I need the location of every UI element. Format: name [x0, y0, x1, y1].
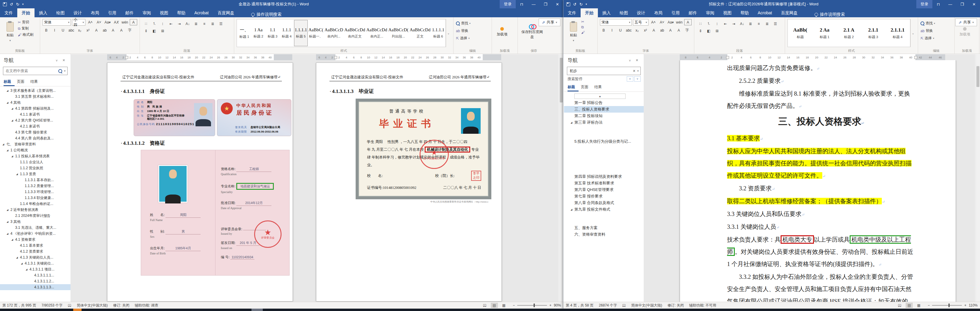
taskbar-item[interactable] [251, 309, 263, 311]
style-chip[interactable]: AaBb( 标题 [788, 20, 812, 46]
font-format-icon[interactable]: 字 [683, 27, 691, 33]
copy-button[interactable]: ⧉复制 [18, 26, 33, 31]
paragraph-format-icon[interactable]: ⇤ [722, 21, 729, 27]
nav-tab[interactable]: 结果 [594, 83, 605, 91]
windows-taskbar-sliver[interactable] [0, 309, 980, 311]
spellcheck-icon[interactable]: 🕮 [68, 303, 72, 308]
expand-triangle-icon[interactable]: ◢ [21, 262, 25, 265]
nav-heading-item[interactable]: ◢ 1.1.1 企业法人 [0, 159, 70, 165]
style-chip[interactable]: AaBbCcD 表内列... [325, 20, 344, 46]
share-button[interactable]: ⇗ 共享▾ [955, 19, 977, 26]
nav-heading-item[interactable]: ◢ 4.1.3.1 关键岗位... [0, 260, 70, 266]
ribbon-tab[interactable]: 邮件 [684, 8, 702, 17]
format-painter-button[interactable]: 🖌 [581, 30, 585, 35]
spellcheck-icon[interactable]: 🕮 [622, 303, 626, 308]
font-format-icon[interactable]: abc [68, 27, 75, 33]
nav-heading-item[interactable]: ◢ 1.1.3.3 环境管理... [0, 189, 70, 195]
ribbon-tab[interactable]: 开始 [581, 8, 598, 17]
nav-heading-item[interactable]: ◢ 4.1.3.1.1.3... [0, 284, 70, 290]
nav-heading-item[interactable]: ◢ 1.1 投标人基本情况表 [0, 153, 70, 159]
ribbon-tab[interactable]: 视图 [719, 8, 736, 17]
style-chip[interactable]: 2 Aa 标题 1 [813, 20, 837, 46]
expand-triangle-icon[interactable]: ◢ [6, 89, 10, 92]
signin-button[interactable]: 登录 [500, 0, 516, 8]
paragraph-format-icon[interactable]: ◧ [151, 28, 158, 34]
paragraph-format-icon[interactable]: ≣ [209, 21, 216, 27]
expand-triangle-icon[interactable]: ◢ [6, 101, 10, 104]
paragraph-format-icon[interactable]: ≣ [192, 21, 200, 27]
font-format-icon[interactable]: A [675, 27, 682, 33]
style-chip[interactable]: 1.1.1.1 标题 6 [431, 20, 445, 46]
quick-access-toolbar[interactable]: ↺ ↻ ▾ [563, 2, 611, 6]
restore-button[interactable]: ❐ [539, 0, 552, 8]
paragraph-format-icon[interactable]: ≣ [764, 21, 771, 27]
ribbon-tab[interactable]: 开始 [17, 8, 35, 17]
grow-font-icon[interactable]: A˄ [87, 19, 94, 26]
close-button[interactable]: ✕ [552, 0, 563, 8]
nav-heading-item[interactable]: ◢ ▲ 三、投标人资格要求 [564, 106, 644, 113]
zoom-slider[interactable] [932, 305, 962, 306]
phonetic-guide-icon[interactable]: wén [676, 19, 683, 26]
print-layout-icon[interactable]: ▤ [491, 303, 498, 308]
paste-button[interactable]: 粘贴▾ [566, 19, 581, 45]
document-area[interactable]: 辽宁辽河金晟达建设实业有限公司-投标文件 辽河油田公司 2026 年通用车辆修理… [70, 60, 558, 302]
ribbon-tab[interactable]: 文件 [563, 8, 581, 17]
font-size-combo[interactable]: 小四▾ [72, 19, 86, 26]
expand-triangle-icon[interactable]: ◢ [11, 107, 15, 110]
style-chip[interactable]: 2.1 A 标题 2 [837, 20, 861, 46]
font-name-combo[interactable]: 宋体▾ [600, 19, 632, 26]
nav-search-input[interactable] [569, 69, 631, 73]
zoom-in-icon[interactable]: + [549, 303, 552, 308]
nav-heading-item[interactable]: ◢ ▲ 第三章 评标办法 [564, 119, 644, 126]
font-format-icon[interactable]: ab [658, 27, 666, 33]
font-format-icon[interactable]: x₂ [633, 27, 641, 33]
ribbon-tab[interactable]: 设计 [69, 8, 86, 17]
font-format-icon[interactable]: B [43, 27, 50, 33]
nav-heading-item[interactable]: ◢ 2.1 2024年度审计报告 [0, 213, 70, 218]
nav-heading-item[interactable]: ◢ 1.1.3 资质 [0, 171, 70, 177]
undo-icon[interactable]: ↺ [10, 2, 13, 6]
minimize-button[interactable]: — [944, 0, 956, 8]
paragraph-format-icon[interactable]: ⊞ [159, 28, 166, 34]
paragraph-format-icon[interactable]: A↓ [184, 21, 191, 27]
style-chip[interactable]: 一、 标题 1 [237, 20, 251, 46]
paragraph-format-icon[interactable]: ◧ [705, 28, 713, 34]
web-layout-icon[interactable]: ▦ [500, 303, 508, 308]
nav-heading-item[interactable]: ◢ 3.1 无违法、违规、重大... [0, 225, 70, 231]
nav-heading-item[interactable]: ◢ 3 其他 [0, 218, 70, 225]
format-painter-button[interactable]: 🖌格式刷 [18, 32, 33, 37]
paragraph-format-icon[interactable]: ⇕ [142, 28, 150, 34]
search-options-icon[interactable]: ▾ [637, 69, 639, 72]
nav-tab[interactable]: 标题 [568, 83, 579, 91]
paragraph-format-icon[interactable]: ⇤ [167, 21, 175, 27]
signin-button[interactable]: 登录 [916, 0, 932, 8]
paragraph-format-icon[interactable]: ≡ [755, 21, 762, 27]
ribbon-tab[interactable]: 引用 [667, 8, 684, 17]
previous-result-icon[interactable]: ˄ [627, 76, 633, 81]
style-chip[interactable]: 1.1.1 标题 4 [280, 20, 294, 46]
print-layout-icon[interactable]: ▤ [905, 303, 913, 308]
close-icon[interactable]: ✕ [633, 58, 641, 62]
nav-heading-item[interactable]: ◢ 4.1.3 关键岗位人员... [0, 254, 70, 260]
paragraph-format-icon[interactable]: ∷ [697, 21, 704, 27]
expand-triangle-icon[interactable]: ◢ [571, 208, 574, 211]
ribbon-tab[interactable]: 邮件 [121, 8, 138, 17]
nav-heading-item[interactable]: ◢ 4.1.3.1.1 项目... [0, 266, 70, 272]
expand-triangle-icon[interactable]: ◢ [6, 232, 10, 235]
expand-triangle-icon[interactable]: ◢ [25, 268, 29, 271]
paragraph-format-icon[interactable]: ≣ [747, 21, 754, 27]
chevron-down-icon[interactable]: ˅ [627, 59, 633, 62]
accessibility[interactable]: 辅助功能: 不可用 [689, 303, 716, 308]
font-format-icon[interactable]: abc [625, 27, 632, 33]
font-format-icon[interactable]: x² [642, 27, 649, 33]
nav-search-box[interactable]: ▾ [3, 67, 68, 75]
nav-heading-item[interactable]: ◢ 1.1.2 营业执照 [0, 165, 70, 171]
paragraph-format-icon[interactable]: A↓ [738, 21, 746, 27]
qat-customize-icon[interactable]: ▾ [22, 2, 24, 6]
nav-heading-item[interactable]: ◢ ▲ 第八章 合同条款及格式 [564, 199, 644, 206]
ribbon-tab[interactable]: 绘图 [615, 8, 632, 17]
nav-heading-item[interactable]: ◢ ▲ 第六章 QHSE管理要求 [564, 187, 644, 193]
share-button[interactable]: ⇗ 共享▾ [539, 19, 560, 26]
font-format-icon[interactable]: B [600, 27, 608, 33]
nav-heading-item[interactable]: ◢ 4 《初步评审》中响应的资... [0, 231, 70, 236]
